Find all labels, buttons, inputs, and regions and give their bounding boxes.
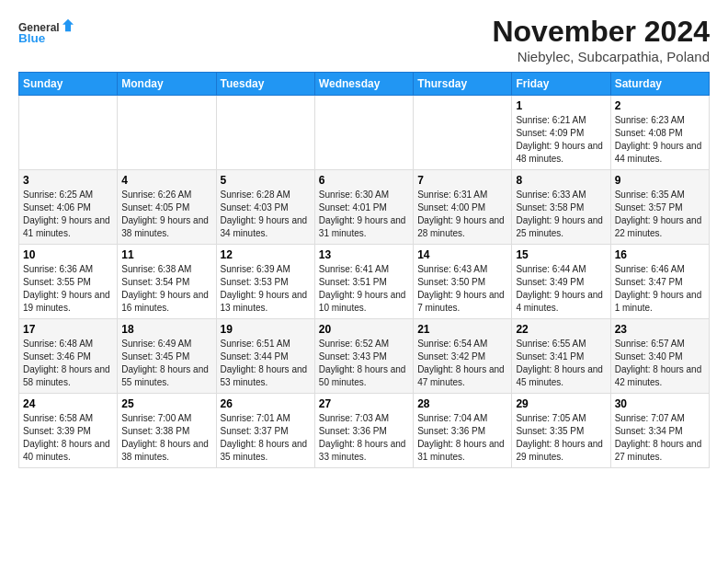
day-of-week-header: Tuesday	[216, 73, 314, 96]
header: General Blue November 2024 Niebylec, Sub…	[18, 15, 710, 64]
day-info: Sunrise: 6:36 AMSunset: 3:55 PMDaylight:…	[23, 263, 113, 315]
day-number: 5	[221, 174, 311, 187]
day-info: Sunrise: 6:25 AMSunset: 4:06 PMDaylight:…	[23, 189, 113, 240]
day-info: Sunrise: 6:21 AMSunset: 4:09 PMDaylight:…	[516, 114, 606, 166]
day-of-week-header: Monday	[118, 73, 216, 96]
calendar-cell: 26Sunrise: 7:01 AMSunset: 3:37 PMDayligh…	[216, 394, 314, 468]
day-of-week-header: Friday	[512, 73, 610, 96]
calendar-cell: 24Sunrise: 6:58 AMSunset: 3:39 PMDayligh…	[19, 394, 118, 468]
calendar-cell: 14Sunrise: 6:43 AMSunset: 3:50 PMDayligh…	[414, 245, 512, 319]
day-info: Sunrise: 6:35 AMSunset: 3:57 PMDaylight:…	[615, 189, 705, 240]
day-number: 19	[221, 323, 311, 336]
calendar-cell: 16Sunrise: 6:46 AMSunset: 3:47 PMDayligh…	[610, 245, 709, 319]
day-of-week-header: Sunday	[19, 73, 118, 96]
calendar-cell: 5Sunrise: 6:28 AMSunset: 4:03 PMDaylight…	[216, 170, 314, 245]
day-info: Sunrise: 6:58 AMSunset: 3:39 PMDaylight:…	[23, 412, 113, 464]
calendar-cell: 1Sunrise: 6:21 AMSunset: 4:09 PMDaylight…	[512, 96, 610, 170]
calendar-cell: 12Sunrise: 6:39 AMSunset: 3:53 PMDayligh…	[216, 245, 314, 319]
day-info: Sunrise: 6:52 AMSunset: 3:43 PMDaylight:…	[319, 338, 409, 389]
day-info: Sunrise: 6:51 AMSunset: 3:44 PMDaylight:…	[221, 338, 311, 389]
day-number: 7	[417, 174, 507, 187]
calendar-week-row: 10Sunrise: 6:36 AMSunset: 3:55 PMDayligh…	[19, 245, 710, 319]
calendar-cell: 7Sunrise: 6:31 AMSunset: 4:00 PMDaylight…	[414, 170, 512, 245]
calendar-cell: 9Sunrise: 6:35 AMSunset: 3:57 PMDaylight…	[610, 170, 709, 245]
day-number: 23	[615, 323, 705, 336]
day-info: Sunrise: 6:57 AMSunset: 3:40 PMDaylight:…	[615, 338, 705, 389]
day-info: Sunrise: 6:55 AMSunset: 3:41 PMDaylight:…	[516, 338, 606, 389]
day-info: Sunrise: 6:33 AMSunset: 3:58 PMDaylight:…	[516, 189, 606, 240]
calendar-week-row: 3Sunrise: 6:25 AMSunset: 4:06 PMDaylight…	[19, 170, 710, 245]
day-number: 17	[23, 323, 113, 336]
calendar-body: 1Sunrise: 6:21 AMSunset: 4:09 PMDaylight…	[19, 96, 710, 468]
day-number: 9	[615, 174, 705, 187]
calendar-cell: 28Sunrise: 7:04 AMSunset: 3:36 PMDayligh…	[414, 394, 512, 468]
calendar-week-row: 24Sunrise: 6:58 AMSunset: 3:39 PMDayligh…	[19, 394, 710, 468]
day-number: 16	[615, 248, 705, 261]
calendar-cell: 18Sunrise: 6:49 AMSunset: 3:45 PMDayligh…	[118, 319, 216, 394]
day-number: 1	[516, 99, 606, 112]
day-of-week-header: Wednesday	[314, 73, 413, 96]
calendar-cell: 19Sunrise: 6:51 AMSunset: 3:44 PMDayligh…	[216, 319, 314, 394]
calendar-cell: 10Sunrise: 6:36 AMSunset: 3:55 PMDayligh…	[19, 245, 118, 319]
day-number: 6	[319, 174, 409, 187]
day-number: 22	[516, 323, 606, 336]
day-number: 10	[23, 248, 113, 261]
day-info: Sunrise: 6:30 AMSunset: 4:01 PMDaylight:…	[319, 189, 409, 240]
day-number: 25	[121, 397, 211, 410]
day-info: Sunrise: 6:31 AMSunset: 4:00 PMDaylight:…	[417, 189, 507, 240]
day-info: Sunrise: 6:26 AMSunset: 4:05 PMDaylight:…	[121, 189, 211, 240]
day-number: 12	[221, 248, 311, 261]
day-info: Sunrise: 7:07 AMSunset: 3:34 PMDaylight:…	[615, 412, 705, 464]
day-number: 13	[319, 248, 409, 261]
days-of-week-row: SundayMondayTuesdayWednesdayThursdayFrid…	[19, 73, 710, 96]
day-of-week-header: Saturday	[610, 73, 709, 96]
day-number: 11	[121, 248, 211, 261]
calendar-cell: 8Sunrise: 6:33 AMSunset: 3:58 PMDaylight…	[512, 170, 610, 245]
day-info: Sunrise: 6:23 AMSunset: 4:08 PMDaylight:…	[615, 114, 705, 166]
day-number: 24	[23, 397, 113, 410]
calendar-cell: 22Sunrise: 6:55 AMSunset: 3:41 PMDayligh…	[512, 319, 610, 394]
calendar-cell: 3Sunrise: 6:25 AMSunset: 4:06 PMDaylight…	[19, 170, 118, 245]
day-number: 20	[319, 323, 409, 336]
calendar-cell: 30Sunrise: 7:07 AMSunset: 3:34 PMDayligh…	[610, 394, 709, 468]
calendar-cell: 27Sunrise: 7:03 AMSunset: 3:36 PMDayligh…	[314, 394, 413, 468]
logo: General Blue	[18, 15, 74, 52]
calendar-cell: 29Sunrise: 7:05 AMSunset: 3:35 PMDayligh…	[512, 394, 610, 468]
calendar-cell	[118, 96, 216, 170]
day-number: 18	[121, 323, 211, 336]
day-number: 14	[417, 248, 507, 261]
day-info: Sunrise: 6:54 AMSunset: 3:42 PMDaylight:…	[417, 338, 507, 389]
calendar-cell: 15Sunrise: 6:44 AMSunset: 3:49 PMDayligh…	[512, 245, 610, 319]
calendar-week-row: 17Sunrise: 6:48 AMSunset: 3:46 PMDayligh…	[19, 319, 710, 394]
day-info: Sunrise: 6:48 AMSunset: 3:46 PMDaylight:…	[23, 338, 113, 389]
calendar-cell: 25Sunrise: 7:00 AMSunset: 3:38 PMDayligh…	[118, 394, 216, 468]
day-number: 26	[221, 397, 311, 410]
calendar-cell: 23Sunrise: 6:57 AMSunset: 3:40 PMDayligh…	[610, 319, 709, 394]
calendar-cell	[314, 96, 413, 170]
day-number: 27	[319, 397, 409, 410]
location-subtitle: Niebylec, Subcarpathia, Poland	[492, 49, 710, 64]
day-info: Sunrise: 6:38 AMSunset: 3:54 PMDaylight:…	[121, 263, 211, 315]
day-number: 21	[417, 323, 507, 336]
day-of-week-header: Thursday	[414, 73, 512, 96]
calendar-cell	[414, 96, 512, 170]
day-info: Sunrise: 7:05 AMSunset: 3:35 PMDaylight:…	[516, 412, 606, 464]
svg-marker-2	[63, 19, 74, 32]
svg-text:Blue: Blue	[18, 31, 46, 45]
month-title: November 2024	[492, 15, 710, 49]
day-info: Sunrise: 6:39 AMSunset: 3:53 PMDaylight:…	[221, 263, 311, 315]
calendar-cell	[216, 96, 314, 170]
calendar-cell: 13Sunrise: 6:41 AMSunset: 3:51 PMDayligh…	[314, 245, 413, 319]
day-number: 3	[23, 174, 113, 187]
calendar-cell: 11Sunrise: 6:38 AMSunset: 3:54 PMDayligh…	[118, 245, 216, 319]
day-info: Sunrise: 7:03 AMSunset: 3:36 PMDaylight:…	[319, 412, 409, 464]
day-number: 30	[615, 397, 705, 410]
day-number: 4	[121, 174, 211, 187]
day-info: Sunrise: 6:44 AMSunset: 3:49 PMDaylight:…	[516, 263, 606, 315]
day-info: Sunrise: 6:49 AMSunset: 3:45 PMDaylight:…	[121, 338, 211, 389]
day-info: Sunrise: 7:00 AMSunset: 3:38 PMDaylight:…	[121, 412, 211, 464]
day-info: Sunrise: 6:43 AMSunset: 3:50 PMDaylight:…	[417, 263, 507, 315]
calendar-cell: 4Sunrise: 6:26 AMSunset: 4:05 PMDaylight…	[118, 170, 216, 245]
day-number: 8	[516, 174, 606, 187]
calendar-table: SundayMondayTuesdayWednesdayThursdayFrid…	[18, 72, 710, 468]
